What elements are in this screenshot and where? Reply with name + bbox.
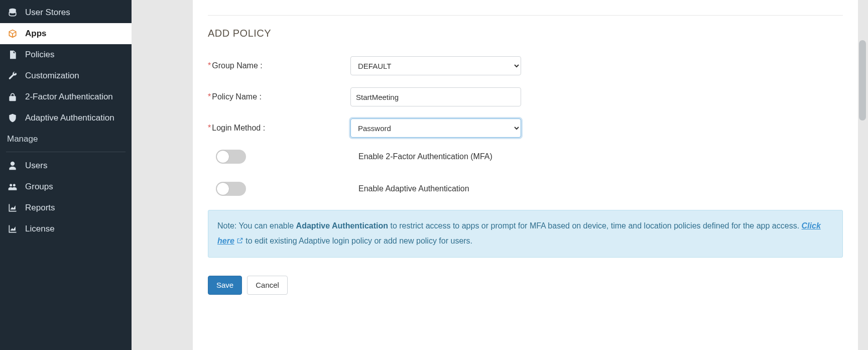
toggle-mfa[interactable] (216, 150, 246, 164)
box-icon (7, 29, 18, 39)
sidebar-item-user-stores[interactable]: User Stores (0, 2, 132, 23)
sidebar-item-label: User Stores (25, 8, 70, 18)
sidebar-section-manage: Manage (0, 129, 132, 150)
sidebar-item-apps[interactable]: Apps (0, 23, 132, 44)
sidebar-item-customization[interactable]: Customization (0, 65, 132, 86)
sidebar-divider (6, 152, 126, 152)
sidebar-item-label: Reports (25, 203, 55, 213)
sidebar-item-label: Apps (25, 29, 47, 39)
label-policy-name: *Policy Name : (208, 92, 350, 101)
sidebar-item-label: Groups (25, 182, 53, 192)
form-add-policy: *Group Name : DEFAULT *Policy Name : *Lo… (208, 56, 843, 196)
database-icon (7, 8, 18, 18)
chart-icon (7, 224, 18, 234)
sidebar-item-policies[interactable]: Policies (0, 44, 132, 65)
info-note: Note: You can enable Adaptive Authentica… (208, 210, 843, 258)
row-adaptive-toggle: Enable Adaptive Authentication (208, 182, 843, 196)
external-link-icon (236, 234, 243, 241)
sidebar-item-label: Adaptive Authentication (25, 113, 114, 123)
group-icon (7, 182, 18, 192)
sidebar-item-users[interactable]: Users (0, 155, 132, 176)
label-text: Policy Name : (212, 92, 262, 101)
scrollbar-thumb[interactable] (859, 40, 866, 121)
sidebar-item-label: License (25, 224, 55, 234)
chart-icon (7, 203, 18, 213)
wrench-icon (7, 71, 18, 81)
sidebar-item-reports[interactable]: Reports (0, 197, 132, 218)
sidebar-item-label: 2-Factor Authentication (25, 92, 113, 102)
note-suffix: to edit existing Adaptive login policy o… (243, 237, 472, 245)
sidebar-item-2fa[interactable]: 2-Factor Authentication (0, 86, 132, 107)
separator (208, 15, 843, 16)
user-icon (7, 161, 18, 171)
row-policy-name: *Policy Name : (208, 87, 843, 106)
panel-add-policy: ADD POLICY *Group Name : DEFAULT *Policy… (193, 0, 858, 350)
label-adaptive: Enable Adaptive Authentication (358, 184, 469, 193)
sidebar-item-label: Users (25, 161, 47, 171)
row-group-name: *Group Name : DEFAULT (208, 56, 843, 75)
sidebar-item-adaptive-auth[interactable]: Adaptive Authentication (0, 107, 132, 129)
save-button[interactable]: Save (208, 276, 242, 295)
select-login-method[interactable]: Password (350, 119, 521, 138)
document-icon (7, 50, 18, 60)
label-text: Group Name : (212, 61, 262, 70)
cancel-button[interactable]: Cancel (247, 276, 288, 295)
sidebar-item-groups[interactable]: Groups (0, 176, 132, 197)
label-login-method: *Login Method : (208, 124, 350, 133)
page-title: ADD POLICY (208, 28, 843, 39)
note-prefix: Note: You can enable (217, 221, 296, 230)
input-policy-name[interactable] (350, 87, 521, 106)
row-mfa-toggle: Enable 2-Factor Authentication (MFA) (208, 150, 843, 164)
scrollbar-vertical[interactable] (859, 0, 866, 350)
label-text: Login Method : (212, 124, 265, 132)
content: ADD POLICY *Group Name : DEFAULT *Policy… (132, 0, 868, 350)
label-mfa: Enable 2-Factor Authentication (MFA) (358, 152, 492, 161)
shield-icon (7, 113, 18, 123)
button-row: Save Cancel (208, 276, 843, 295)
note-middle: to restrict access to apps or prompt for… (388, 221, 802, 230)
sidebar: User Stores Apps Policies Customization (0, 0, 132, 350)
select-group-name[interactable]: DEFAULT (350, 56, 521, 75)
sidebar-item-label: Customization (25, 71, 79, 81)
sidebar-item-label: Policies (25, 50, 55, 60)
toggle-adaptive[interactable] (216, 182, 246, 196)
sidebar-item-license[interactable]: License (0, 218, 132, 240)
label-group-name: *Group Name : (208, 61, 350, 70)
note-bold: Adaptive Authentication (296, 221, 388, 230)
row-login-method: *Login Method : Password (208, 119, 843, 138)
lock-icon (7, 92, 18, 102)
